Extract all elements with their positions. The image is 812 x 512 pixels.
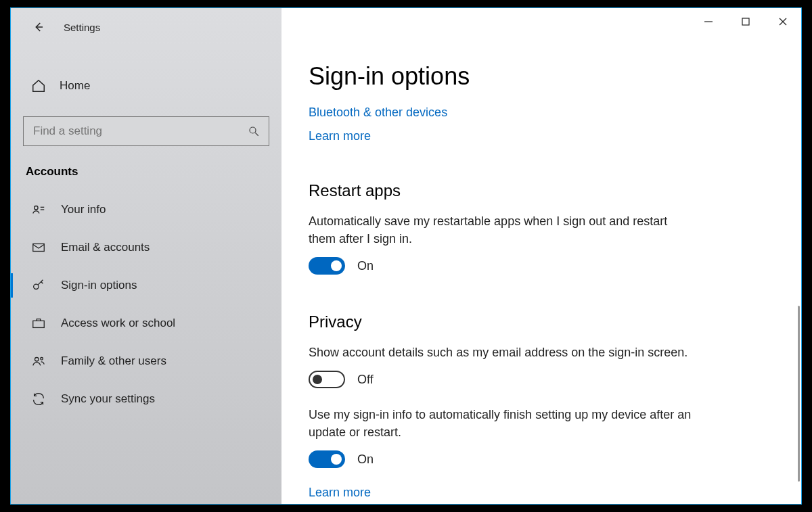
page-title: Sign-in options xyxy=(309,62,767,91)
svg-rect-1 xyxy=(742,18,749,25)
toggle-label-show-account-details: Off xyxy=(357,373,374,387)
heading-privacy: Privacy xyxy=(309,312,767,331)
maximize-icon xyxy=(741,17,750,26)
home-icon xyxy=(31,78,46,93)
search-wrap xyxy=(23,116,269,146)
sidebar: Settings Home Accounts Your info Email &… xyxy=(11,8,281,504)
svg-point-13 xyxy=(35,358,39,362)
person-card-icon xyxy=(31,202,46,217)
back-icon[interactable] xyxy=(32,21,45,33)
minimize-button[interactable] xyxy=(690,8,727,35)
sidebar-item-home[interactable]: Home xyxy=(11,69,281,103)
back-row: Settings xyxy=(11,12,281,42)
search-icon xyxy=(248,125,260,137)
settings-window: Settings Home Accounts Your info Email &… xyxy=(10,7,802,505)
sidebar-section-label: Accounts xyxy=(11,146,281,191)
maximize-button[interactable] xyxy=(727,8,764,35)
toggle-label-use-signin-info: On xyxy=(357,452,374,467)
svg-point-5 xyxy=(250,127,256,133)
app-title: Settings xyxy=(64,22,100,33)
svg-rect-10 xyxy=(33,244,45,252)
toggle-row-restart-apps: On xyxy=(309,257,767,275)
desc-show-account-details: Show account details such as my email ad… xyxy=(309,344,694,361)
mail-icon xyxy=(31,240,46,255)
sidebar-item-your-info[interactable]: Your info xyxy=(11,191,281,229)
toggle-row-show-account-details: Off xyxy=(309,371,767,388)
sidebar-item-label: Your info xyxy=(61,203,106,216)
sync-icon xyxy=(31,392,46,406)
link-learn-more-privacy[interactable]: Learn more xyxy=(309,486,767,500)
minimize-icon xyxy=(704,17,713,26)
sidebar-item-label: Email & accounts xyxy=(61,241,150,254)
toggle-row-use-signin-info: On xyxy=(309,450,767,468)
sidebar-item-sync-settings[interactable]: Sync your settings xyxy=(11,380,281,418)
home-label: Home xyxy=(60,79,90,93)
link-bluetooth-devices[interactable]: Bluetooth & other devices xyxy=(309,106,767,120)
sidebar-item-access-work-school[interactable]: Access work or school xyxy=(11,304,281,342)
sidebar-item-family-users[interactable]: Family & other users xyxy=(11,342,281,380)
svg-point-11 xyxy=(34,284,39,289)
toggle-show-account-details[interactable] xyxy=(309,371,345,388)
close-button[interactable] xyxy=(764,8,801,35)
sidebar-item-signin-options[interactable]: Sign-in options xyxy=(11,266,281,304)
window-controls xyxy=(690,8,801,35)
desc-restart-apps: Automatically save my restartable apps w… xyxy=(309,212,694,248)
sidebar-item-label: Sync your settings xyxy=(61,392,155,406)
sidebar-item-email-accounts[interactable]: Email & accounts xyxy=(11,229,281,266)
toggle-use-signin-info[interactable] xyxy=(309,450,345,468)
svg-point-14 xyxy=(41,358,43,360)
heading-restart-apps: Restart apps xyxy=(309,181,767,200)
sidebar-item-label: Sign-in options xyxy=(61,279,137,292)
svg-line-6 xyxy=(255,133,258,136)
key-icon xyxy=(31,278,46,293)
briefcase-icon xyxy=(31,316,46,331)
desc-use-signin-info: Use my sign-in info to automatically fin… xyxy=(309,406,694,441)
sidebar-item-label: Access work or school xyxy=(61,317,175,330)
svg-rect-12 xyxy=(33,321,45,327)
scrollbar[interactable] xyxy=(798,306,800,482)
main-content: Sign-in options Bluetooth & other device… xyxy=(281,8,801,504)
svg-point-7 xyxy=(35,206,39,210)
sidebar-item-label: Family & other users xyxy=(61,354,166,368)
toggle-restart-apps[interactable] xyxy=(309,257,345,275)
close-icon xyxy=(778,17,788,26)
link-learn-more-top[interactable]: Learn more xyxy=(309,129,767,143)
search-input[interactable] xyxy=(23,116,269,146)
people-icon xyxy=(31,354,46,369)
toggle-label-restart-apps: On xyxy=(357,259,374,273)
